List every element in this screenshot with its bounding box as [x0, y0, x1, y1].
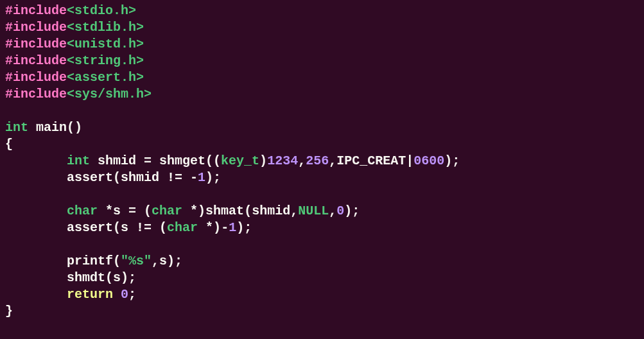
blank-line [5, 236, 639, 253]
preprocessor-directive: #include [5, 3, 67, 18]
number-literal: 256 [306, 153, 329, 168]
include-path: <assert.h> [67, 70, 144, 85]
indent [5, 287, 67, 302]
star-close: *) [182, 204, 205, 218]
type-keyword: char [167, 220, 198, 235]
function-call: shmdt [67, 270, 105, 285]
number-literal: 0 [336, 204, 344, 218]
code-line-5: #include<assert.h> [5, 69, 639, 86]
parentheses: () [67, 120, 82, 135]
preprocessor-directive: #include [5, 70, 67, 85]
not-equal: != [136, 220, 159, 235]
negative: - [221, 220, 229, 235]
function-call: assert [67, 220, 113, 235]
variable: shmid [252, 204, 290, 218]
indent [5, 270, 67, 285]
code-line-11: assert(shmid != -1); [5, 170, 639, 186]
paren-end: ); [167, 254, 182, 268]
comma: , [329, 153, 336, 168]
string-literal: "%s" [121, 254, 152, 268]
number-literal: 1234 [267, 153, 298, 168]
blank-line [5, 103, 639, 119]
paren-end: ); [444, 153, 460, 168]
type-keyword: int [5, 120, 28, 135]
pointer-var: *s [98, 204, 128, 218]
paren-close: ) [259, 153, 267, 168]
semicolon: ; [128, 287, 136, 302]
indent [5, 204, 67, 218]
variable: s [159, 254, 167, 268]
equals: = [128, 204, 144, 218]
code-line-9: { [5, 136, 639, 153]
variable: shmid [90, 153, 144, 168]
paren-end: ); [121, 270, 136, 285]
space [113, 287, 121, 302]
paren-open: ( [113, 220, 121, 235]
cast-type: key_t [221, 153, 259, 168]
type-keyword: int [67, 153, 90, 168]
not-equal: != [167, 170, 190, 185]
null-constant: NULL [298, 204, 329, 218]
variable: shmid [121, 170, 167, 185]
paren-open: ( [113, 254, 121, 268]
include-path: <string.h> [67, 53, 144, 68]
code-line-3: #include<unistd.h> [5, 36, 639, 53]
include-path: <stdio.h> [67, 3, 136, 18]
number-literal: 1 [229, 220, 236, 235]
comma: , [329, 204, 336, 218]
include-path: <stdlib.h> [67, 20, 144, 35]
pipe-operator: | [406, 153, 413, 168]
blank-line [5, 186, 639, 203]
paren-open: ( [105, 270, 113, 285]
variable: s [113, 270, 121, 285]
brace-open: { [5, 137, 13, 152]
paren-end: ); [236, 220, 252, 235]
code-line-17: shmdt(s); [5, 270, 639, 286]
function-call: shmat [205, 204, 244, 218]
function-call: printf [67, 254, 113, 268]
negative: - [190, 170, 198, 185]
star-close: *) [198, 220, 221, 235]
type-keyword: char [67, 204, 98, 218]
comma: , [152, 254, 159, 268]
brace-close: } [5, 304, 13, 318]
comma: , [298, 153, 306, 168]
code-line-14: assert(s != (char *)-1); [5, 220, 639, 236]
paren-open: ( [244, 204, 252, 218]
include-path: <sys/shm.h> [67, 87, 152, 101]
include-path: <unistd.h> [67, 37, 144, 51]
code-line-8: int main() [5, 119, 639, 136]
code-line-10: int shmid = shmget((key_t)1234,256,IPC_C… [5, 153, 639, 170]
code-line-18: return 0; [5, 286, 639, 303]
function-name: main [28, 120, 67, 135]
paren-end: ); [344, 204, 360, 218]
code-line-16: printf("%s",s); [5, 253, 639, 270]
indent [5, 170, 67, 185]
code-line-13: char *s = (char *)shmat(shmid,NULL,0); [5, 203, 639, 220]
code-line-19: } [5, 303, 639, 320]
paren-open: ( [144, 204, 152, 218]
code-line-4: #include<string.h> [5, 53, 639, 69]
constant: IPC_CREAT [336, 153, 406, 168]
code-editor: #include<stdio.h> #include<stdlib.h> #in… [5, 3, 639, 320]
preprocessor-directive: #include [5, 37, 67, 51]
function-call: shmget [159, 153, 205, 168]
comma: , [290, 204, 298, 218]
indent [5, 153, 67, 168]
type-keyword: char [152, 204, 182, 218]
function-call: assert [67, 170, 113, 185]
paren-end: ); [205, 170, 221, 185]
code-line-6: #include<sys/shm.h> [5, 86, 639, 103]
number-literal: 0 [121, 287, 128, 302]
indent [5, 220, 67, 235]
code-line-1: #include<stdio.h> [5, 3, 639, 19]
number-literal: 1 [198, 170, 205, 185]
equals: = [144, 153, 159, 168]
preprocessor-directive: #include [5, 87, 67, 101]
variable: s [121, 220, 136, 235]
code-line-2: #include<stdlib.h> [5, 19, 639, 36]
number-literal: 0600 [413, 153, 444, 168]
paren-cast-open: ( [159, 220, 167, 235]
return-keyword: return [67, 287, 113, 302]
preprocessor-directive: #include [5, 20, 67, 35]
